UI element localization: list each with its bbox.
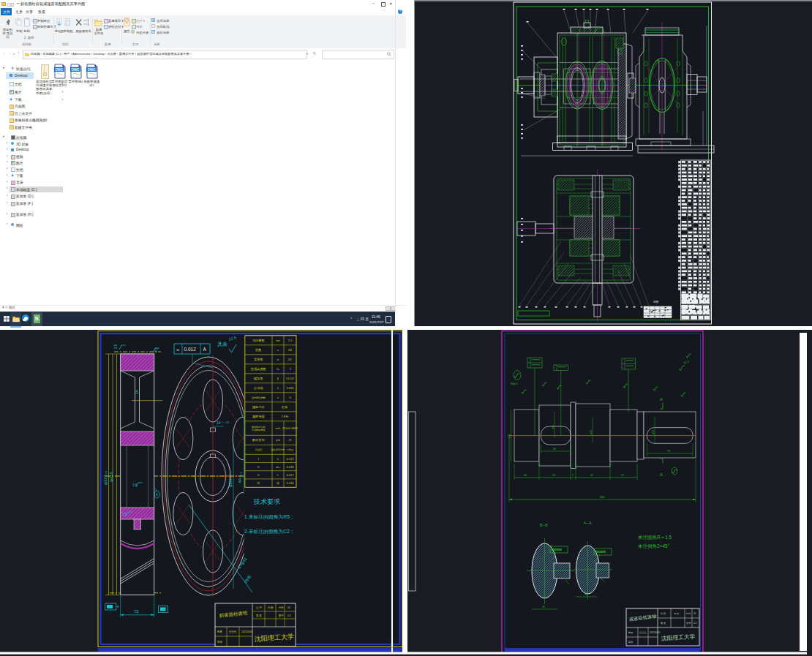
svg-text:A: A: [203, 347, 207, 352]
svg-text:14⁺⁰·⁰²³: 14⁺⁰·⁰²³: [217, 421, 230, 425]
svg-text:齿数: 齿数: [255, 348, 262, 352]
svg-text:14: 14: [135, 390, 139, 394]
svg-text:DWG: DWG: [71, 67, 80, 71]
svg-text:0.012: 0.012: [184, 347, 197, 352]
svg-text:A: A: [660, 472, 663, 477]
svg-text:B—B: B—B: [540, 524, 548, 527]
svg-text:0.018: 0.018: [286, 465, 294, 469]
svg-text:II: II: [257, 465, 259, 469]
svg-text:制图: 制图: [628, 631, 633, 634]
svg-text:Wφ6.3: Wφ6.3: [511, 382, 518, 385]
svg-text:I: I: [258, 457, 259, 461]
svg-text:1.未标注的圆角为R5；: 1.未标注的圆角为R5；: [244, 514, 295, 520]
svg-text:4.2: 4.2: [287, 614, 291, 617]
svg-text:DWG: DWG: [55, 67, 64, 71]
svg-text:φ40: φ40: [508, 434, 511, 439]
svg-text:法向模数: 法向模数: [252, 339, 266, 342]
svg-text:20210640: 20210640: [241, 630, 252, 633]
svg-text:A—A: A—A: [584, 521, 592, 525]
svg-text:齿形角: 齿形角: [254, 358, 263, 361]
svg-text:2.5: 2.5: [114, 344, 118, 349]
svg-text:检验项目代号: 检验项目代号: [271, 448, 285, 451]
svg-text:1.6: 1.6: [122, 513, 127, 516]
svg-text:重 量: 重 量: [661, 622, 666, 625]
svg-text:a±fₐ: a±fₐ: [275, 426, 281, 430]
svg-text:A: A: [660, 397, 663, 401]
svg-text:0.017: 0.017: [286, 473, 294, 477]
svg-text:公差组: 公差组: [255, 448, 263, 451]
svg-text:5.635: 5.635: [286, 386, 294, 390]
svg-text:材料: 材料: [685, 612, 691, 615]
svg-text:螺旋角: 螺旋角: [254, 377, 263, 380]
svg-text:4.2: 4.2: [693, 622, 697, 625]
svg-text:13.54°: 13.54°: [286, 377, 295, 380]
svg-text:III: III: [257, 481, 260, 485]
svg-text:未注圆角R＝1.5: 未注圆角R＝1.5: [638, 535, 672, 540]
svg-text:hₐ: hₐ: [277, 367, 279, 371]
svg-text:测 绘: 测 绘: [674, 612, 680, 615]
svg-text:=: =: [176, 347, 179, 352]
svg-text:班 级: 班 级: [661, 612, 666, 615]
svg-text:图号: 图号: [686, 622, 691, 625]
svg-text:及其极限偏差: 及其极限偏差: [252, 429, 266, 431]
svg-text:47: 47: [590, 474, 593, 477]
svg-text:x: x: [277, 396, 279, 399]
svg-text:件 数: 件 数: [268, 606, 274, 609]
svg-text:制图: 制图: [217, 630, 222, 633]
svg-text:0.122: 0.122: [286, 457, 294, 461]
svg-text:43: 43: [552, 474, 555, 477]
svg-text:图号: 图号: [276, 439, 280, 442]
svg-text:未注倒角2×45°: 未注倒角2×45°: [638, 543, 670, 549]
svg-text:螺旋方向: 螺旋方向: [252, 405, 265, 409]
svg-text:1.6: 1.6: [132, 483, 138, 487]
svg-text:φ216: φ216: [109, 471, 113, 482]
svg-text:70: 70: [667, 450, 670, 453]
svg-text:45: 45: [287, 606, 290, 609]
svg-text:任任任: 任任任: [229, 630, 237, 633]
svg-text:45: 45: [542, 606, 545, 608]
svg-text:84: 84: [288, 348, 292, 352]
svg-text:II: II: [257, 473, 259, 477]
svg-text:72: 72: [134, 609, 139, 614]
svg-text:z: z: [277, 348, 279, 352]
svg-text:fₖ: fₖ: [277, 473, 279, 477]
svg-text:44: 44: [524, 474, 527, 477]
svg-text:公法线: 公法线: [254, 386, 263, 390]
svg-text:φ80H7: φ80H7: [228, 475, 233, 487]
svg-text:φ55: φ55: [552, 425, 555, 429]
svg-text:64₋₀.₂: 64₋₀.₂: [238, 472, 242, 483]
svg-text:φ55: φ55: [590, 430, 593, 434]
svg-text:比 例: 比 例: [256, 606, 262, 609]
svg-text:公差值: 公差值: [287, 448, 293, 451]
svg-text:2.5: 2.5: [288, 339, 293, 342]
svg-text:40: 40: [553, 448, 556, 450]
svg-text:审核: 审核: [628, 641, 634, 644]
svg-text:40: 40: [584, 593, 587, 596]
svg-text:重 量: 重 量: [256, 614, 262, 617]
svg-text:45: 45: [693, 612, 696, 615]
svg-text:φ55: φ55: [652, 430, 655, 434]
svg-text:2.未标注的倒角为C2：: 2.未标注的倒角为C2：: [244, 529, 295, 535]
svg-text:7: 7: [572, 474, 574, 477]
svg-text:任任任: 任任任: [639, 631, 647, 634]
svg-text:齿顶高系数: 齿顶高系数: [251, 367, 267, 371]
svg-text:技术要求: 技术要求: [253, 498, 280, 505]
svg-text:审核: 审核: [217, 641, 222, 644]
svg-text:k: k: [277, 386, 279, 390]
svg-text:DWG: DWG: [87, 67, 96, 71]
svg-text:37: 37: [621, 474, 624, 477]
svg-text:0.016: 0.016: [286, 481, 294, 485]
svg-text:材料: 材料: [278, 606, 284, 609]
svg-text:28: 28: [289, 439, 292, 442]
svg-text:左旋: 左旋: [282, 405, 287, 409]
svg-text:360: 360: [600, 495, 605, 499]
svg-text:A: A: [156, 493, 158, 497]
svg-text:技研: 技研: [653, 300, 659, 304]
svg-text:7-FH: 7-FH: [281, 415, 287, 418]
svg-text:mn: mn: [276, 339, 280, 342]
svg-text:φ221₊ₑ: φ221₊ₑ: [103, 470, 108, 485]
svg-text:其余: 其余: [217, 342, 228, 347]
svg-text:径向变位系数: 径向变位系数: [252, 396, 266, 399]
svg-text:20°: 20°: [287, 358, 292, 361]
svg-text:±fₚₜ: ±fₚₜ: [276, 465, 280, 469]
